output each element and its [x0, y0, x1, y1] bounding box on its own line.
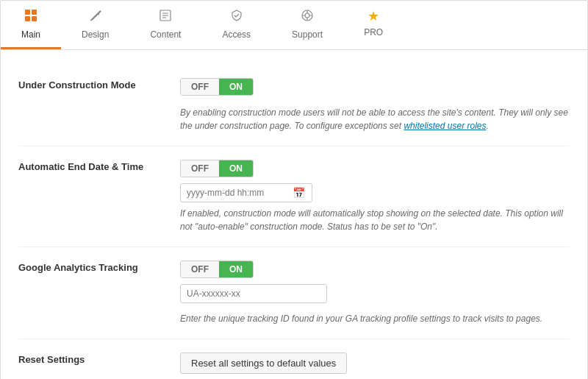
auto-end-label: Automatic End Date & Time — [18, 160, 180, 172]
tab-main[interactable]: Main — [1, 1, 61, 49]
tab-support-label: Support — [292, 29, 323, 40]
analytics-off-btn[interactable]: OFF — [181, 261, 219, 277]
analytics-toggle[interactable]: OFF ON — [180, 261, 254, 278]
design-icon — [88, 8, 103, 26]
tab-content-label: Content — [150, 29, 181, 40]
svg-rect-1 — [32, 10, 37, 15]
auto-end-toggle[interactable]: OFF ON — [180, 160, 254, 177]
tab-design[interactable]: Design — [61, 1, 129, 49]
main-icon — [24, 8, 38, 26]
svg-rect-3 — [32, 16, 37, 21]
auto-end-desc: If enabled, construction mode will autom… — [180, 207, 570, 233]
date-input-box[interactable]: 📅 — [180, 183, 312, 202]
construction-mode-toggle[interactable]: OFF ON — [180, 78, 254, 96]
tab-pro[interactable]: ★ PRO — [343, 1, 404, 49]
auto-end-on-btn[interactable]: ON — [219, 160, 253, 177]
construction-mode-on-btn[interactable]: ON — [219, 79, 253, 95]
reset-label: Reset Settings — [18, 353, 180, 365]
tab-access-label: Access — [222, 29, 251, 40]
tab-support[interactable]: Support — [271, 1, 343, 49]
tab-design-label: Design — [82, 29, 109, 40]
tab-content[interactable]: Content — [129, 1, 201, 49]
tab-pro-label: PRO — [364, 27, 383, 38]
support-icon — [300, 8, 315, 26]
auto-end-off-btn[interactable]: OFF — [181, 160, 219, 177]
access-icon — [229, 8, 244, 26]
reset-button[interactable]: Reset all settings to default values — [180, 353, 347, 374]
reset-control: Reset all settings to default values By … — [180, 353, 570, 379]
auto-end-row: Automatic End Date & Time OFF ON 📅 If en… — [18, 146, 570, 247]
construction-mode-desc: By enabling construction mode users will… — [180, 106, 570, 132]
pro-icon: ★ — [368, 8, 379, 24]
analytics-row: Google Analytics Tracking OFF ON Enter t… — [18, 247, 570, 339]
analytics-desc: Enter the unique tracking ID found in yo… — [180, 312, 570, 325]
analytics-control: OFF ON Enter the unique tracking ID foun… — [180, 261, 570, 325]
plugin-settings-panel: Main Design Content — [0, 0, 588, 379]
tab-access[interactable]: Access — [201, 1, 271, 49]
svg-rect-2 — [25, 16, 30, 21]
date-field[interactable] — [187, 188, 290, 198]
reset-row: Reset Settings Reset all settings to def… — [18, 339, 570, 379]
analytics-on-btn[interactable]: ON — [219, 261, 253, 277]
tab-main-label: Main — [21, 29, 40, 40]
svg-rect-0 — [25, 10, 30, 15]
whitelisted-roles-link[interactable]: whitelisted user roles — [404, 121, 486, 131]
date-input-wrap: 📅 — [180, 183, 570, 202]
construction-mode-off-btn[interactable]: OFF — [181, 79, 219, 95]
settings-content: Under Construction Mode OFF ON By enabli… — [1, 50, 587, 379]
auto-end-control: OFF ON 📅 If enabled, construction mode w… — [180, 160, 570, 233]
tab-bar: Main Design Content — [1, 1, 587, 50]
construction-mode-label: Under Construction Mode — [18, 78, 180, 91]
tracking-id-input[interactable] — [180, 284, 327, 303]
svg-point-9 — [305, 13, 309, 18]
construction-mode-control: OFF ON By enabling construction mode use… — [180, 78, 570, 132]
analytics-label: Google Analytics Tracking — [18, 261, 180, 273]
construction-mode-row: Under Construction Mode OFF ON By enabli… — [18, 65, 570, 146]
calendar-icon[interactable]: 📅 — [293, 187, 305, 199]
content-icon — [158, 8, 173, 26]
